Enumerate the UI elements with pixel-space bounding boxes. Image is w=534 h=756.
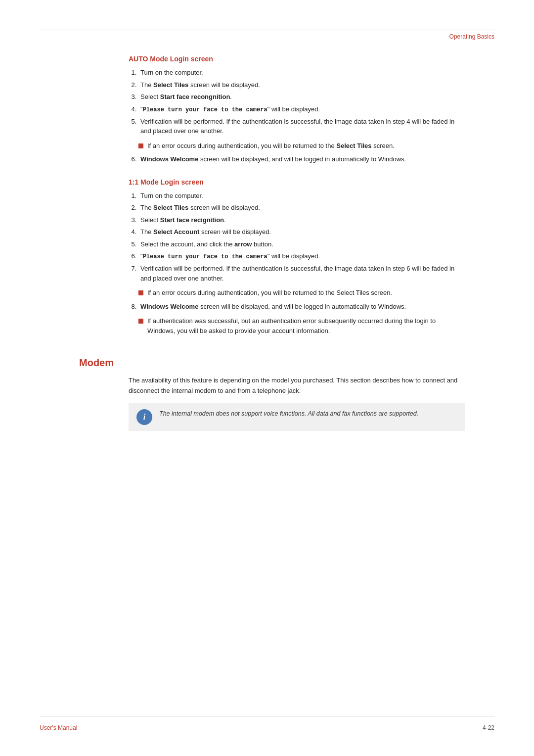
mode11-step-3: Select Start face recignition.: [138, 215, 465, 225]
page: Operating Basics AUTO Mode Login screen …: [0, 0, 534, 756]
mode11-step-4: The Select Account screen will be displa…: [138, 227, 465, 237]
auto-mode-steps: Turn on the computer. The Select Tiles s…: [138, 68, 465, 136]
mode11-bullet-1: If an error occurs during authentication…: [138, 288, 465, 298]
mode11-step-3-bold: Start face recignition: [160, 216, 224, 224]
info-icon: i: [136, 409, 152, 425]
mode11-step-8: Windows Welcome screen will be displayed…: [138, 302, 465, 312]
auto-step-5: Verification will be performed. If the a…: [138, 117, 465, 136]
auto-bullet-1: If an error occurs during authentication…: [138, 141, 465, 151]
info-text: The internal modem does not support voic…: [159, 409, 418, 419]
auto-step-3-bold: Start face recongnition: [160, 93, 230, 100]
modem-content: The availability of this feature is depe…: [129, 376, 465, 431]
auto-mode-title: AUTO Mode Login screen: [129, 55, 465, 63]
auto-step-2-bold: Select Tiles: [153, 81, 188, 89]
mode11-steps: Turn on the computer. The Select Tiles s…: [138, 191, 465, 284]
auto-step-2: The Select Tiles screen will be displaye…: [138, 80, 465, 90]
modem-section: Modem: [40, 357, 465, 369]
auto-mode-steps-cont: Windows Welcome screen will be displayed…: [138, 154, 465, 164]
mode11-step-4-bold: Select Account: [153, 228, 199, 236]
footer-left: User's Manual: [40, 724, 77, 731]
modem-description: The availability of this feature is depe…: [129, 376, 465, 396]
header-section-label: Operating Basics: [40, 33, 494, 40]
mode11-title: 1:1 Mode Login screen: [129, 178, 465, 186]
mode11-step-7: Verification will be performed. If the a…: [138, 264, 465, 283]
mode11-step-8-bold: Windows Welcome: [140, 303, 198, 310]
mode11-step-1: Turn on the computer.: [138, 191, 465, 201]
auto-step-4: "Please turn your face to the camera" wi…: [138, 104, 465, 114]
page-footer-area: User's Manual 4-22: [40, 716, 494, 731]
auto-mode-bullets: If an error occurs during authentication…: [138, 141, 465, 151]
info-box: i The internal modem does not support vo…: [129, 403, 465, 431]
modem-title: Modem: [79, 357, 465, 369]
auto-step-6-bold: Windows Welcome: [140, 155, 198, 163]
mode11-steps-cont: Windows Welcome screen will be displayed…: [138, 302, 465, 312]
auto-step-4-mono: Please turn your face to the camera: [143, 106, 267, 113]
auto-step-6: Windows Welcome screen will be displayed…: [138, 154, 465, 164]
footer: User's Manual 4-22: [40, 720, 494, 731]
auto-step-3: Select Start face recongnition.: [138, 92, 465, 102]
auto-step-1: Turn on the computer.: [138, 68, 465, 78]
header-rule: [40, 30, 494, 30]
auto-mode-section: AUTO Mode Login screen Turn on the compu…: [129, 55, 465, 164]
mode11-step-2: The Select Tiles screen will be displaye…: [138, 203, 465, 213]
mode11-bullet-2: If authentication was successful, but an…: [138, 316, 465, 335]
mode11-step-6: "Please turn your face to the camera" wi…: [138, 251, 465, 261]
mode11-step-5: Select the account, and click the arrow …: [138, 239, 465, 249]
mode11-step-2-bold: Select Tiles: [153, 204, 188, 211]
footer-rule: [40, 716, 494, 716]
mode11-bullets-1: If an error occurs during authentication…: [138, 288, 465, 298]
mode11-section: 1:1 Mode Login screen Turn on the comput…: [129, 178, 465, 336]
mode11-step-6-mono: Please turn your face to the camera: [143, 253, 267, 260]
mode11-step-5-bold: arrow: [234, 240, 252, 248]
auto-bullet-1-bold: Select Tiles: [336, 142, 371, 149]
mode11-bullets-2: If authentication was successful, but an…: [138, 316, 465, 335]
footer-right: 4-22: [483, 724, 494, 731]
